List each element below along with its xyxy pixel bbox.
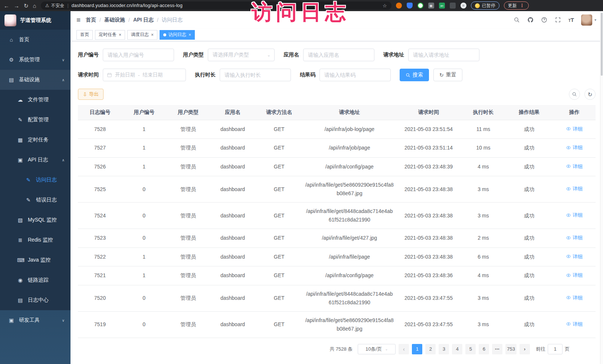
browser-reload-icon[interactable]: ↻: [24, 3, 29, 9]
extension-flower-icon[interactable]: ✻: [461, 3, 466, 9]
tab-访问日志[interactable]: 访问日志×: [160, 30, 195, 40]
more-pages-icon[interactable]: •••: [492, 344, 502, 354]
date-range-picker[interactable]: 开始日期 - 结束日期: [103, 69, 186, 81]
close-icon[interactable]: ×: [119, 33, 121, 37]
cell-method: GET: [255, 311, 303, 338]
prev-page-button[interactable]: ‹: [399, 344, 409, 354]
filter-row-2: 请求时间 开始日期 - 结束日期 执行时长 结果码: [78, 69, 596, 81]
breadcrumb-item[interactable]: API 日志: [133, 17, 154, 23]
next-page-button[interactable]: ›: [520, 344, 530, 354]
user-menu[interactable]: ▾: [581, 14, 596, 26]
sidebar-item-定时任务[interactable]: ▦定时任务: [0, 130, 71, 150]
close-icon[interactable]: ×: [189, 33, 191, 37]
duration-input[interactable]: [220, 69, 291, 81]
extension-shield-icon[interactable]: [407, 3, 413, 9]
kebab-menu-icon[interactable]: ⋮: [520, 3, 525, 8]
cell-user_id: 0: [122, 285, 166, 311]
sidebar-item-日志中心[interactable]: ▤日志中心: [0, 290, 71, 310]
sidebar-item-配置管理[interactable]: ✎配置管理: [0, 110, 71, 130]
breadcrumb-item[interactable]: 基础设施: [104, 17, 125, 23]
cell-id: 7524: [78, 203, 122, 229]
detail-button[interactable]: 详细: [566, 320, 583, 328]
user-id-input[interactable]: [103, 49, 174, 61]
update-button[interactable]: 更新 ⋮: [504, 1, 529, 10]
sidebar-collapse-icon[interactable]: ≡: [76, 16, 81, 24]
browser-address-bar[interactable]: ⚠不安全 | dashboard.yudao.iocoder.cn/infra/…: [41, 1, 391, 10]
browser-home-icon[interactable]: ⌂: [33, 3, 36, 9]
sidebar-item-首页[interactable]: ⌂首页: [0, 30, 71, 50]
request-url-input[interactable]: [408, 49, 479, 61]
search-button[interactable]: 搜索: [400, 69, 429, 81]
page-button-5[interactable]: 5: [465, 344, 476, 354]
extension-grid-icon[interactable]: an: [439, 3, 445, 9]
tab-定时任务[interactable]: 定时任务×: [95, 30, 125, 40]
result-code-input[interactable]: [319, 69, 391, 81]
cell-url: /api/infra/file/get/8448cada8c714e4ab61f…: [303, 285, 396, 311]
chevron-up-icon: ∧: [62, 158, 65, 162]
cell-time: 2021-05-03 23:48:38: [396, 247, 461, 266]
sidebar-item-Redis 监控[interactable]: ≣Redis 监控: [0, 230, 71, 250]
sidebar-item-Java 监控[interactable]: ⌨Java 监控: [0, 250, 71, 270]
search-icon: [572, 92, 577, 97]
app-logo[interactable]: 芋道管理系统: [0, 11, 71, 30]
detail-button[interactable]: 详细: [566, 211, 583, 219]
sidebar-item-系统管理[interactable]: ⚙系统管理∨: [0, 50, 71, 70]
detail-button[interactable]: 详细: [566, 233, 583, 242]
export-button[interactable]: ⇩ 导出: [78, 89, 104, 100]
page-button-4[interactable]: 4: [452, 344, 462, 354]
detail-button[interactable]: 详细: [566, 252, 583, 261]
sidebar-item-错误日志[interactable]: ✎错误日志: [0, 190, 71, 210]
user-type-select[interactable]: 请选择用户类型 ⌄: [208, 49, 275, 61]
not-secure-warning[interactable]: ⚠不安全: [45, 3, 65, 9]
fullscreen-icon[interactable]: [555, 17, 561, 23]
reset-button[interactable]: ↻ 重置: [433, 69, 462, 81]
browser-back-icon[interactable]: ←: [4, 3, 9, 9]
help-icon[interactable]: [541, 17, 548, 23]
tab-label: 定时任务: [99, 32, 117, 38]
detail-button[interactable]: 详细: [566, 143, 583, 152]
refresh-table-button[interactable]: ↻: [584, 89, 596, 100]
browser-forward-icon[interactable]: →: [14, 3, 19, 9]
detail-button[interactable]: 详细: [566, 125, 583, 133]
detail-button[interactable]: 详细: [566, 184, 583, 193]
detail-button[interactable]: 详细: [566, 294, 583, 302]
font-size-icon[interactable]: TT: [568, 17, 574, 23]
sidebar-item-研发工具[interactable]: ▣研发工具∨: [0, 310, 71, 330]
emoji-icon: [475, 3, 480, 8]
sidebar-item-文件管理[interactable]: ☁文件管理: [0, 90, 71, 110]
column-header: 请求时间: [396, 105, 461, 120]
sidebar-item-链路追踪[interactable]: ◉链路追踪: [0, 270, 71, 290]
sidebar-item-基础设施[interactable]: ▤基础设施∧: [0, 70, 71, 90]
page-button-2[interactable]: 2: [425, 344, 436, 354]
extension-orange-icon[interactable]: [396, 3, 402, 9]
page-button-1[interactable]: 1: [412, 344, 422, 354]
page-button-3[interactable]: 3: [439, 344, 449, 354]
scrollbar-thumb[interactable]: [601, 13, 603, 76]
detail-button[interactable]: 详细: [566, 271, 583, 279]
goto-page-input[interactable]: [548, 344, 563, 354]
app-name-input[interactable]: [303, 49, 374, 61]
extension-puzzle-icon[interactable]: ▦: [428, 3, 434, 9]
search-icon[interactable]: [514, 17, 520, 23]
toggle-search-button[interactable]: [569, 89, 580, 100]
tab-调度日志[interactable]: 调度日志×: [127, 30, 157, 40]
breadcrumb-item[interactable]: 首页: [86, 17, 96, 23]
browser-scrollbar[interactable]: [600, 11, 603, 364]
cell-actions: 详细: [553, 229, 596, 248]
detail-button[interactable]: 详细: [566, 162, 583, 171]
extension-phone-icon[interactable]: [450, 3, 456, 9]
page-size-select[interactable]: 10条/页 ⌄: [358, 344, 396, 354]
paused-badge[interactable]: 已暂停: [471, 1, 499, 10]
goto-suffix: 页: [565, 346, 570, 352]
extension-wechat-icon[interactable]: [417, 3, 423, 9]
close-icon[interactable]: ×: [151, 33, 154, 37]
bookmark-star-icon[interactable]: ☆: [383, 3, 387, 9]
page-button-753[interactable]: 753: [505, 344, 517, 354]
page-button-6[interactable]: 6: [479, 344, 489, 354]
tab-首页[interactable]: 首页: [76, 30, 93, 40]
sidebar-item-MySQL 监控[interactable]: ▧MySQL 监控: [0, 210, 71, 230]
github-icon[interactable]: [527, 17, 534, 23]
sidebar-item-访问日志[interactable]: ✎访问日志: [0, 170, 71, 190]
app-header: ≡ 首页/基础设施/API 日志/访问日志 TT ▾: [71, 11, 603, 29]
sidebar-item-API 日志[interactable]: ▣API 日志∧: [0, 150, 71, 170]
